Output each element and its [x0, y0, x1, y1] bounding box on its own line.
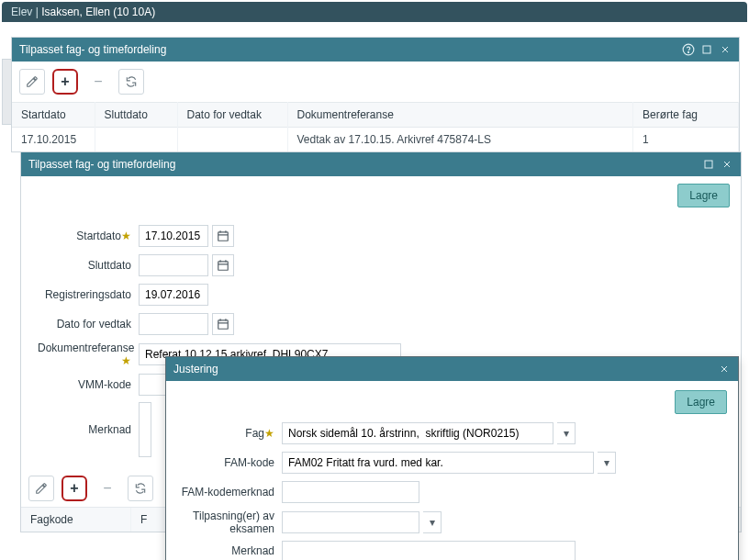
label-justering-merknad: Merknad — [179, 541, 282, 557]
svg-point-1 — [688, 51, 689, 52]
cell-dokref: Vedtak av 17.10.15. Arkivref 475874-LS — [287, 128, 633, 152]
table-row[interactable]: 17.10.2015 Vedtak av 17.10.15. Arkivref … — [12, 128, 739, 152]
startdato-input[interactable] — [139, 225, 208, 247]
maximize-icon[interactable] — [700, 43, 713, 56]
label-dokref: Dokumentreferanse★ — [38, 342, 139, 367]
title-sep: | — [32, 6, 41, 18]
calendar-icon[interactable] — [212, 254, 234, 276]
panel1-toolbar: + − — [12, 62, 739, 102]
label-famkode: FAM-kode — [179, 456, 282, 469]
refresh-button[interactable] — [118, 69, 144, 95]
label-sluttdato: Sluttdato — [38, 259, 139, 272]
page-title-bar: Elev | Isaksen, Ellen (10 10A) — [2, 2, 747, 22]
regdato-input[interactable] — [139, 284, 208, 306]
label-vmm: VMM-kode — [38, 378, 139, 391]
col-vedtak[interactable]: Dato for vedtak — [177, 103, 287, 128]
panel2-title: Tilpasset fag- og timefordeling — [28, 158, 175, 171]
chevron-down-icon[interactable]: ▾ — [598, 452, 616, 474]
col-startdato[interactable]: Startdato — [12, 103, 95, 128]
remove-button[interactable]: − — [95, 476, 120, 501]
edit-button[interactable] — [19, 69, 45, 95]
merknad-textarea-edge[interactable] — [139, 402, 151, 457]
fag-select[interactable] — [282, 422, 553, 444]
label-regdato: Registreringsdato — [38, 288, 139, 301]
famkode-select[interactable] — [282, 452, 594, 474]
save-button[interactable]: Lagre — [677, 184, 730, 207]
justering-title: Justering — [173, 363, 218, 375]
tilpasning-select[interactable] — [282, 511, 419, 533]
title-name: Isaksen, Ellen (10 10A) — [41, 6, 155, 18]
calendar-icon[interactable] — [212, 313, 234, 335]
label-merknad: Merknad — [38, 423, 139, 436]
chevron-down-icon[interactable]: ▾ — [557, 422, 576, 444]
svg-rect-4 — [218, 232, 229, 241]
label-fam-merknad: FAM-kodemerknad — [179, 486, 282, 498]
cell-fag: 1 — [633, 128, 739, 152]
cell-start: 17.10.2015 — [12, 128, 95, 152]
add-button[interactable]: + — [52, 69, 78, 95]
refresh-button[interactable] — [128, 476, 153, 501]
add-button[interactable]: + — [61, 476, 87, 501]
chevron-down-icon[interactable]: ▾ — [423, 511, 442, 533]
col-fagkode[interactable]: Fagkode — [21, 508, 131, 532]
maximize-icon[interactable] — [702, 158, 715, 171]
svg-rect-2 — [703, 46, 710, 53]
sluttdato-input[interactable] — [139, 254, 208, 276]
panel-tilpasset-1: Tilpasset fag- og timefordeling + − Star… — [11, 37, 740, 152]
col-fag[interactable]: Berørte fag — [633, 103, 739, 128]
label-vedtakdato: Dato for vedtak — [38, 318, 139, 330]
edit-button[interactable] — [28, 476, 54, 501]
panel1-title: Tilpasset fag- og timefordeling — [19, 43, 166, 56]
calendar-icon[interactable] — [212, 225, 234, 247]
label-startdato: Startdato★ — [38, 230, 139, 242]
remove-button[interactable]: − — [85, 69, 111, 95]
close-icon[interactable] — [721, 158, 733, 171]
dialog-justering: Justering Lagre Fag★ ▾ FAM-kode ▾ FAM-ko… — [165, 356, 739, 560]
close-icon[interactable] — [718, 363, 731, 375]
svg-rect-5 — [218, 262, 229, 270]
panel1-table: Startdato Sluttdato Dato for vedtak Doku… — [12, 102, 739, 151]
title-prefix: Elev — [11, 6, 32, 18]
save-button[interactable]: Lagre — [675, 390, 727, 414]
cell-end — [95, 128, 177, 152]
col-dokref[interactable]: Dokumentreferanse — [287, 103, 633, 128]
svg-rect-6 — [218, 320, 229, 329]
vedtak-input[interactable] — [139, 313, 208, 335]
close-icon[interactable] — [719, 43, 732, 56]
col-sluttdato[interactable]: Sluttdato — [95, 103, 177, 128]
label-fag: Fag★ — [179, 427, 282, 440]
cell-vedtak — [177, 128, 287, 152]
label-tilpasning: Tilpasning(er) av eksamen — [179, 510, 282, 535]
fam-merknad-input[interactable] — [282, 481, 419, 503]
help-icon[interactable] — [682, 43, 695, 56]
justering-merknad-textarea[interactable] — [282, 541, 576, 560]
svg-rect-3 — [705, 161, 712, 168]
